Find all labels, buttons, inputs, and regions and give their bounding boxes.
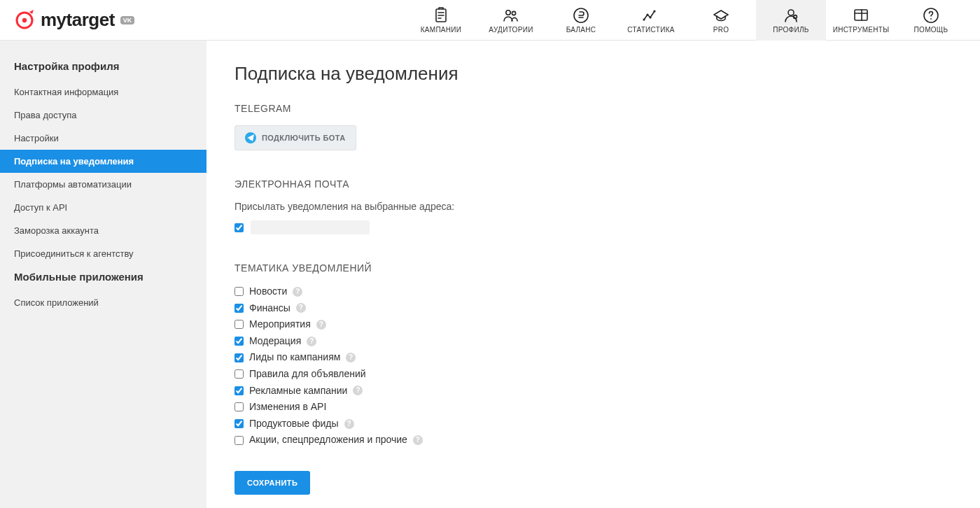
topic-row: Правила для объявлений	[234, 367, 952, 381]
brand-logo[interactable]: mytarget VK	[14, 9, 134, 31]
nav-label: КАМПАНИИ	[421, 26, 462, 34]
sidebar-item[interactable]: Доступ к API	[0, 196, 206, 219]
svg-point-11	[794, 15, 797, 19]
topic-label: Правила для объявлений	[249, 367, 366, 381]
brand-name: mytarget	[41, 9, 115, 31]
topic-checkbox[interactable]	[234, 419, 244, 428]
nav-balance[interactable]: БАЛАНС	[546, 0, 616, 41]
nav-help[interactable]: ПОМОЩЬ	[896, 0, 966, 41]
sidebar-item[interactable]: Список приложений	[0, 291, 206, 314]
topic-row: Продуктовые фиды?	[234, 417, 952, 431]
topic-row: Рекламные кампании?	[234, 384, 952, 398]
sidebar: Настройка профиляКонтактная информацияПр…	[0, 41, 206, 508]
topic-checkbox[interactable]	[234, 353, 244, 362]
campaigns-icon	[433, 6, 449, 24]
sidebar-item[interactable]: Присоединиться к агентству	[0, 242, 206, 265]
connect-telegram-label: ПОДКЛЮЧИТЬ БОТА	[262, 134, 346, 142]
audiences-icon	[502, 6, 520, 24]
topic-label: Продуктовые фиды	[249, 417, 339, 431]
email-heading: ЭЛЕКТРОННАЯ ПОЧТА	[234, 178, 952, 190]
email-section: ЭЛЕКТРОННАЯ ПОЧТА Присылать уведомления …	[234, 178, 952, 234]
sidebar-item[interactable]: Контактная информация	[0, 80, 206, 104]
help-icon[interactable]: ?	[353, 386, 363, 395]
nav-stats[interactable]: СТАТИСТИКА	[616, 0, 686, 41]
topic-label: Лиды по кампаниям	[249, 351, 340, 365]
help-icon[interactable]: ?	[316, 320, 326, 330]
nav-campaigns[interactable]: КАМПАНИИ	[406, 0, 476, 41]
stats-icon	[642, 6, 660, 24]
help-icon[interactable]: ?	[344, 419, 354, 429]
svg-point-14	[930, 18, 932, 20]
sidebar-item[interactable]: Настройки	[0, 127, 206, 150]
nav-label: СТАТИСТИКА	[627, 26, 675, 34]
topics-list: Новости?Финансы?Мероприятия?Модерация?Ли…	[234, 285, 952, 447]
topic-checkbox[interactable]	[234, 369, 244, 379]
sidebar-item[interactable]: Права доступа	[0, 104, 206, 127]
nav-label: БАЛАНС	[566, 26, 596, 34]
tools-icon	[853, 6, 869, 24]
sidebar-item[interactable]: Заморозка аккаунта	[0, 219, 206, 242]
topics-heading: ТЕМАТИКА УВЕДОМЛЕНИЙ	[234, 262, 952, 274]
topic-label: Финансы	[249, 302, 290, 316]
telegram-icon	[245, 132, 256, 143]
target-icon	[14, 10, 35, 31]
page-title: Подписка на уведомления	[234, 63, 952, 85]
main-content: Подписка на уведомления TELEGRAM ПОДКЛЮЧ…	[206, 41, 980, 508]
top-header: mytarget VK КАМПАНИИАУДИТОРИИБАЛАНССТАТИ…	[0, 0, 980, 41]
connect-telegram-button[interactable]: ПОДКЛЮЧИТЬ БОТА	[234, 125, 356, 150]
balance-icon	[573, 6, 589, 24]
nav-label: АУДИТОРИИ	[489, 26, 533, 34]
topic-checkbox[interactable]	[234, 436, 244, 445]
topic-checkbox[interactable]	[234, 337, 244, 346]
sidebar-item[interactable]: Подписка на уведомления	[0, 150, 206, 173]
svg-point-9	[653, 10, 655, 12]
topic-checkbox[interactable]	[234, 320, 244, 329]
svg-point-4	[512, 11, 515, 15]
save-button[interactable]: СОХРАНИТЬ	[234, 471, 310, 495]
nav-label: ПОМОЩЬ	[914, 26, 948, 34]
topic-checkbox[interactable]	[234, 402, 244, 411]
topic-row: Финансы?	[234, 302, 952, 316]
topic-checkbox[interactable]	[234, 386, 244, 395]
nav-pro[interactable]: PRO	[686, 0, 756, 41]
email-address-masked	[251, 220, 370, 234]
topic-row: Мероприятия?	[234, 318, 952, 332]
telegram-section: TELEGRAM ПОДКЛЮЧИТЬ БОТА	[234, 103, 952, 150]
nav-profile[interactable]: ПРОФИЛЬ	[756, 0, 826, 41]
nav-label: ИНСТРУМЕНТЫ	[833, 26, 890, 34]
sidebar-heading-apps: Мобильные приложения	[0, 265, 206, 291]
email-address-checkbox[interactable]	[234, 223, 244, 232]
svg-point-7	[646, 13, 648, 15]
topic-row: Модерация?	[234, 334, 952, 348]
svg-point-1	[22, 17, 27, 22]
topic-label: Мероприятия	[249, 318, 311, 332]
help-icon[interactable]: ?	[413, 435, 423, 445]
topic-label: Акции, спецпредложения и прочие	[249, 433, 407, 447]
svg-point-6	[643, 18, 645, 20]
top-nav: КАМПАНИИАУДИТОРИИБАЛАНССТАТИСТИКАPROПРОФ…	[406, 0, 966, 41]
svg-rect-12	[855, 10, 867, 20]
help-icon[interactable]: ?	[346, 353, 356, 362]
topic-checkbox[interactable]	[234, 287, 244, 296]
nav-audiences[interactable]: АУДИТОРИИ	[476, 0, 546, 41]
topic-label: Изменения в API	[249, 400, 326, 414]
nav-tools[interactable]: ИНСТРУМЕНТЫ	[826, 0, 896, 41]
sidebar-heading-profile: Настройка профиля	[0, 55, 206, 80]
topic-label: Новости	[249, 285, 287, 299]
telegram-heading: TELEGRAM	[234, 103, 952, 114]
email-hint: Присылать уведомления на выбранные адрес…	[234, 201, 952, 212]
help-icon[interactable]: ?	[293, 287, 302, 297]
profile-icon	[783, 6, 799, 24]
pro-icon	[712, 6, 730, 24]
email-address-row	[234, 220, 952, 234]
save-button-label: СОХРАНИТЬ	[247, 479, 298, 487]
svg-point-10	[788, 10, 794, 15]
topic-row: Лиды по кампаниям?	[234, 351, 952, 365]
topic-row: Акции, спецпредложения и прочие?	[234, 433, 952, 447]
sidebar-item[interactable]: Платформы автоматизации	[0, 173, 206, 196]
topic-checkbox[interactable]	[234, 304, 244, 313]
help-icon[interactable]: ?	[307, 337, 316, 346]
svg-point-3	[506, 10, 510, 15]
help-icon[interactable]: ?	[296, 303, 306, 313]
help-icon	[923, 6, 939, 24]
